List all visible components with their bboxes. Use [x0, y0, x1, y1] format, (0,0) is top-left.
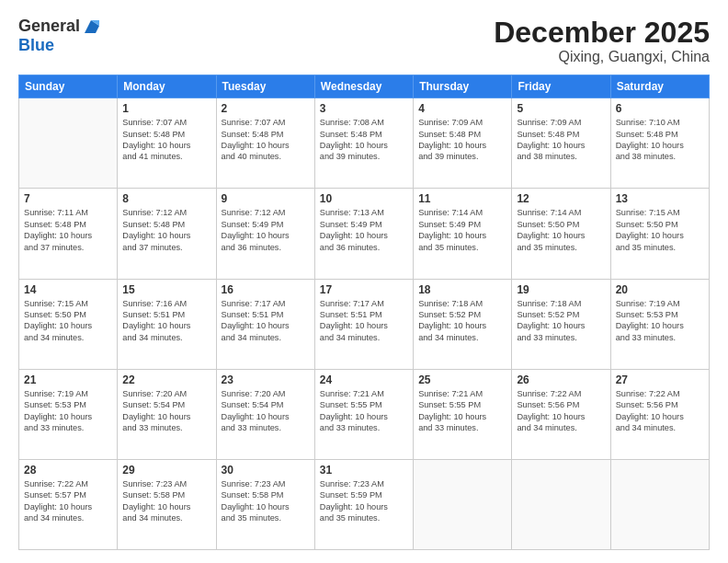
day-number: 16 — [222, 283, 310, 296]
day-cell: 25Sunrise: 7:21 AM Sunset: 5:55 PM Dayli… — [414, 369, 512, 459]
day-cell: 27Sunrise: 7:22 AM Sunset: 5:56 PM Dayli… — [610, 369, 709, 459]
day-cell: 13Sunrise: 7:15 AM Sunset: 5:50 PM Dayli… — [610, 189, 709, 279]
day-number: 19 — [517, 283, 605, 296]
day-number: 9 — [222, 192, 310, 205]
day-info: Sunrise: 7:19 AM Sunset: 5:53 PM Dayligh… — [616, 298, 704, 344]
day-number: 18 — [418, 283, 506, 296]
day-number: 24 — [320, 373, 408, 386]
day-info: Sunrise: 7:07 AM Sunset: 5:48 PM Dayligh… — [222, 117, 310, 163]
day-number: 11 — [418, 192, 506, 205]
day-cell: 8Sunrise: 7:12 AM Sunset: 5:48 PM Daylig… — [118, 189, 216, 279]
day-number: 1 — [122, 102, 210, 115]
day-info: Sunrise: 7:07 AM Sunset: 5:48 PM Dayligh… — [122, 117, 210, 163]
day-info: Sunrise: 7:23 AM Sunset: 5:59 PM Dayligh… — [320, 478, 408, 524]
day-cell: 20Sunrise: 7:19 AM Sunset: 5:53 PM Dayli… — [610, 279, 709, 369]
day-cell: 5Sunrise: 7:09 AM Sunset: 5:48 PM Daylig… — [512, 98, 610, 189]
day-cell: 7Sunrise: 7:11 AM Sunset: 5:48 PM Daylig… — [19, 189, 118, 279]
day-number: 28 — [24, 464, 112, 477]
day-number: 13 — [616, 192, 704, 205]
weekday-header-tuesday: Tuesday — [216, 75, 314, 98]
day-cell: 2Sunrise: 7:07 AM Sunset: 5:48 PM Daylig… — [216, 98, 314, 189]
day-number: 15 — [122, 283, 210, 296]
weekday-header-wednesday: Wednesday — [314, 75, 413, 98]
day-cell: 12Sunrise: 7:14 AM Sunset: 5:50 PM Dayli… — [512, 189, 610, 279]
day-info: Sunrise: 7:22 AM Sunset: 5:56 PM Dayligh… — [517, 388, 605, 434]
day-number: 3 — [320, 102, 408, 115]
day-number: 12 — [517, 192, 605, 205]
day-info: Sunrise: 7:15 AM Sunset: 5:50 PM Dayligh… — [24, 298, 112, 344]
day-info: Sunrise: 7:23 AM Sunset: 5:58 PM Dayligh… — [222, 478, 310, 524]
title-area: December 2025 Qixing, Guangxi, China — [494, 17, 710, 65]
day-number: 7 — [24, 192, 112, 205]
page: General Blue December 2025 Qixing, Guang… — [0, 0, 728, 563]
weekday-header-thursday: Thursday — [414, 75, 512, 98]
day-number: 27 — [616, 373, 704, 386]
day-info: Sunrise: 7:19 AM Sunset: 5:53 PM Dayligh… — [24, 388, 112, 434]
day-info: Sunrise: 7:12 AM Sunset: 5:49 PM Dayligh… — [222, 207, 310, 253]
weekday-header-monday: Monday — [118, 75, 216, 98]
day-cell: 4Sunrise: 7:09 AM Sunset: 5:48 PM Daylig… — [414, 98, 512, 189]
weekday-header-row: SundayMondayTuesdayWednesdayThursdayFrid… — [19, 75, 710, 98]
day-number: 17 — [320, 283, 408, 296]
day-number: 23 — [222, 373, 310, 386]
week-row-4: 28Sunrise: 7:22 AM Sunset: 5:57 PM Dayli… — [19, 459, 710, 549]
day-info: Sunrise: 7:09 AM Sunset: 5:48 PM Dayligh… — [418, 117, 506, 163]
day-cell: 9Sunrise: 7:12 AM Sunset: 5:49 PM Daylig… — [216, 189, 314, 279]
day-cell: 1Sunrise: 7:07 AM Sunset: 5:48 PM Daylig… — [118, 98, 216, 189]
weekday-header-friday: Friday — [512, 75, 610, 98]
day-info: Sunrise: 7:12 AM Sunset: 5:48 PM Dayligh… — [122, 207, 210, 253]
day-info: Sunrise: 7:20 AM Sunset: 5:54 PM Dayligh… — [122, 388, 210, 434]
day-cell: 14Sunrise: 7:15 AM Sunset: 5:50 PM Dayli… — [19, 279, 118, 369]
day-info: Sunrise: 7:16 AM Sunset: 5:51 PM Dayligh… — [122, 298, 210, 344]
day-number: 26 — [517, 373, 605, 386]
day-info: Sunrise: 7:14 AM Sunset: 5:50 PM Dayligh… — [517, 207, 605, 253]
day-number: 2 — [222, 102, 310, 115]
day-info: Sunrise: 7:11 AM Sunset: 5:48 PM Dayligh… — [24, 207, 112, 253]
day-cell — [610, 459, 709, 549]
day-cell: 3Sunrise: 7:08 AM Sunset: 5:48 PM Daylig… — [314, 98, 413, 189]
day-cell: 22Sunrise: 7:20 AM Sunset: 5:54 PM Dayli… — [118, 369, 216, 459]
day-number: 4 — [418, 102, 506, 115]
day-number: 22 — [122, 373, 210, 386]
logo: General Blue — [18, 17, 101, 55]
day-info: Sunrise: 7:21 AM Sunset: 5:55 PM Dayligh… — [320, 388, 408, 434]
day-cell: 17Sunrise: 7:17 AM Sunset: 5:51 PM Dayli… — [314, 279, 413, 369]
day-cell: 16Sunrise: 7:17 AM Sunset: 5:51 PM Dayli… — [216, 279, 314, 369]
day-number: 14 — [24, 283, 112, 296]
calendar-table: SundayMondayTuesdayWednesdayThursdayFrid… — [18, 75, 710, 550]
week-row-0: 1Sunrise: 7:07 AM Sunset: 5:48 PM Daylig… — [19, 98, 710, 189]
day-cell: 6Sunrise: 7:10 AM Sunset: 5:48 PM Daylig… — [610, 98, 709, 189]
week-row-1: 7Sunrise: 7:11 AM Sunset: 5:48 PM Daylig… — [19, 189, 710, 279]
weekday-header-sunday: Sunday — [19, 75, 118, 98]
location: Qixing, Guangxi, China — [494, 49, 710, 65]
logo-blue: Blue — [18, 37, 101, 55]
day-cell: 11Sunrise: 7:14 AM Sunset: 5:49 PM Dayli… — [414, 189, 512, 279]
day-cell: 10Sunrise: 7:13 AM Sunset: 5:49 PM Dayli… — [314, 189, 413, 279]
day-info: Sunrise: 7:22 AM Sunset: 5:57 PM Dayligh… — [24, 478, 112, 524]
day-info: Sunrise: 7:10 AM Sunset: 5:48 PM Dayligh… — [616, 117, 704, 163]
day-info: Sunrise: 7:14 AM Sunset: 5:49 PM Dayligh… — [418, 207, 506, 253]
day-cell: 18Sunrise: 7:18 AM Sunset: 5:52 PM Dayli… — [414, 279, 512, 369]
day-cell — [512, 459, 610, 549]
day-cell: 30Sunrise: 7:23 AM Sunset: 5:58 PM Dayli… — [216, 459, 314, 549]
logo-icon — [81, 17, 101, 37]
day-number: 21 — [24, 373, 112, 386]
day-number: 29 — [122, 464, 210, 477]
day-info: Sunrise: 7:17 AM Sunset: 5:51 PM Dayligh… — [222, 298, 310, 344]
day-cell: 31Sunrise: 7:23 AM Sunset: 5:59 PM Dayli… — [314, 459, 413, 549]
day-cell: 29Sunrise: 7:23 AM Sunset: 5:58 PM Dayli… — [118, 459, 216, 549]
day-info: Sunrise: 7:18 AM Sunset: 5:52 PM Dayligh… — [517, 298, 605, 344]
day-info: Sunrise: 7:22 AM Sunset: 5:56 PM Dayligh… — [616, 388, 704, 434]
day-cell: 15Sunrise: 7:16 AM Sunset: 5:51 PM Dayli… — [118, 279, 216, 369]
weekday-header-saturday: Saturday — [610, 75, 709, 98]
day-cell: 19Sunrise: 7:18 AM Sunset: 5:52 PM Dayli… — [512, 279, 610, 369]
day-number: 8 — [122, 192, 210, 205]
day-info: Sunrise: 7:17 AM Sunset: 5:51 PM Dayligh… — [320, 298, 408, 344]
day-number: 5 — [517, 102, 605, 115]
header: General Blue December 2025 Qixing, Guang… — [18, 17, 710, 65]
day-cell — [19, 98, 118, 189]
day-number: 20 — [616, 283, 704, 296]
day-info: Sunrise: 7:23 AM Sunset: 5:58 PM Dayligh… — [122, 478, 210, 524]
day-info: Sunrise: 7:15 AM Sunset: 5:50 PM Dayligh… — [616, 207, 704, 253]
day-cell: 23Sunrise: 7:20 AM Sunset: 5:54 PM Dayli… — [216, 369, 314, 459]
